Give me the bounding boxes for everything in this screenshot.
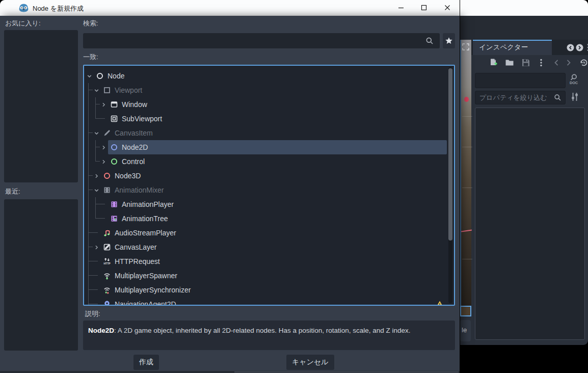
tree-row-main: AnimationMixer bbox=[101, 183, 447, 197]
tree-item-label: Node bbox=[108, 72, 124, 80]
texture-thumbnail[interactable] bbox=[460, 306, 471, 316]
tree-item-HTTPRequest[interactable]: HTTPHTTPRequest bbox=[85, 254, 447, 269]
tree-item-NavigationAgent2D[interactable]: NavigationAgent2D bbox=[85, 297, 447, 306]
animationtree-type-icon bbox=[110, 215, 118, 223]
save-resource-icon[interactable] bbox=[521, 58, 531, 68]
search-input[interactable] bbox=[83, 33, 440, 48]
collapse-arrow-icon[interactable] bbox=[92, 126, 101, 140]
tree-item-label: AnimationTree bbox=[122, 215, 168, 223]
tree-item-label: CanvasItem bbox=[115, 129, 153, 137]
tree-item-CanvasLayer[interactable]: CanvasLayer bbox=[85, 240, 447, 254]
prev-object-icon[interactable] bbox=[567, 44, 574, 54]
tree-scrollbar[interactable] bbox=[448, 67, 452, 303]
tree-item-Control[interactable]: Control bbox=[85, 154, 447, 169]
tree-item-Viewport[interactable]: Viewport bbox=[85, 83, 447, 97]
history-back-icon[interactable] bbox=[551, 58, 562, 68]
audiostreamplayer-type-icon bbox=[103, 229, 111, 237]
dialog-titlebar: Node を新規作成 bbox=[0, 0, 460, 16]
tree-item-label: AnimationMixer bbox=[115, 186, 164, 194]
gizmo-dot bbox=[464, 97, 469, 102]
new-resource-icon[interactable] bbox=[488, 58, 498, 68]
tree-item-label: Node2D bbox=[122, 143, 148, 151]
tree-item-AnimationTree[interactable]: AnimationTree bbox=[85, 211, 447, 226]
next-object-icon[interactable] bbox=[576, 44, 583, 54]
tree-item-MultiplayerSynchronizer[interactable]: MultiplayerSynchronizer bbox=[85, 283, 447, 297]
resource-name-field[interactable] bbox=[475, 73, 566, 88]
property-tools-icon[interactable] bbox=[571, 92, 579, 104]
dialog-title: Node を新規作成 bbox=[33, 4, 84, 13]
node2d-type-icon bbox=[110, 143, 118, 151]
canvasitem-type-icon bbox=[103, 129, 111, 137]
tree-row-main: AudioStreamPlayer bbox=[101, 226, 447, 240]
tree-item-AnimationPlayer[interactable]: AnimationPlayer bbox=[85, 197, 447, 211]
tree-guide-line bbox=[85, 297, 92, 306]
animationplayer-type-icon bbox=[110, 200, 118, 208]
scrollbar-thumb[interactable] bbox=[448, 68, 452, 241]
load-resource-icon[interactable] bbox=[504, 58, 515, 68]
star-icon bbox=[445, 37, 453, 45]
favorite-toggle-button[interactable] bbox=[443, 33, 455, 48]
expand-viewport-icon[interactable] bbox=[462, 43, 469, 52]
create-node-dialog: お気に入り: 最近: 検索: 一致: NodeViewportWindowSub… bbox=[0, 16, 460, 371]
animationmixer-type-icon bbox=[103, 186, 111, 194]
object-history-icon[interactable] bbox=[579, 58, 588, 68]
history-forward-icon[interactable] bbox=[564, 58, 574, 68]
tree-item-SubViewport[interactable]: SubViewport bbox=[85, 112, 447, 126]
expand-arrow-icon[interactable] bbox=[99, 154, 108, 169]
tree-item-Node3D[interactable]: Node3D bbox=[85, 169, 447, 183]
tree-item-label: NavigationAgent2D bbox=[115, 300, 176, 306]
minimize-icon bbox=[398, 5, 404, 11]
tree-item-label: Viewport bbox=[115, 86, 142, 94]
tree-guide-line bbox=[85, 226, 92, 240]
partial-button[interactable]: le bbox=[460, 320, 471, 341]
create-button[interactable]: 作成 bbox=[133, 355, 159, 370]
search-label: 検索: bbox=[83, 19, 98, 28]
collapse-arrow-icon[interactable] bbox=[85, 69, 94, 83]
tree-item-AudioStreamPlayer[interactable]: AudioStreamPlayer bbox=[85, 226, 447, 240]
dialog-maximize-button[interactable] bbox=[418, 2, 430, 13]
collapse-arrow-icon[interactable] bbox=[92, 183, 101, 197]
inspector-content-panel bbox=[475, 108, 585, 340]
expand-arrow-icon[interactable] bbox=[92, 240, 101, 254]
tree-row-main: MultiplayerSpawner bbox=[101, 269, 447, 283]
favorites-label: お気に入り: bbox=[5, 19, 41, 28]
cancel-button[interactable]: キャンセル bbox=[286, 355, 334, 370]
tree-row-main: Window bbox=[108, 97, 447, 112]
tab-inspector[interactable]: インスペクター bbox=[473, 40, 552, 55]
dialog-close-button[interactable] bbox=[442, 2, 453, 13]
doc-search-icon[interactable]: DOC bbox=[569, 73, 579, 88]
tree-guide-line bbox=[85, 254, 92, 269]
tree-row-main: Node3D bbox=[101, 169, 447, 183]
dialog-minimize-button[interactable] bbox=[395, 2, 407, 13]
navigationagent2d-type-icon bbox=[103, 300, 111, 306]
tree-row-main: MultiplayerSynchronizer bbox=[101, 283, 447, 297]
tree-item-CanvasItem[interactable]: CanvasItem bbox=[85, 126, 447, 140]
tree-item-Window[interactable]: Window bbox=[85, 97, 447, 112]
recent-list bbox=[4, 199, 78, 351]
tree-item-label: HTTPRequest bbox=[115, 257, 160, 265]
collapse-arrow-icon[interactable] bbox=[92, 83, 101, 97]
tree-item-label: Control bbox=[122, 157, 145, 166]
maximize-icon bbox=[421, 5, 427, 11]
tree-guide-line bbox=[92, 112, 99, 126]
tree-item-AnimationMixer[interactable]: AnimationMixer bbox=[85, 183, 447, 197]
selected-row-highlight: Node2D bbox=[108, 140, 447, 154]
filter-properties-input[interactable]: プロパティを絞り込む bbox=[475, 91, 566, 104]
subviewport-type-icon bbox=[110, 115, 118, 123]
search-icon bbox=[554, 94, 562, 103]
tree-item-MultiplayerSpawner[interactable]: MultiplayerSpawner bbox=[85, 269, 447, 283]
active-tab-accent bbox=[473, 40, 552, 41]
expand-arrow-icon[interactable] bbox=[92, 169, 101, 183]
tree-item-Node[interactable]: Node bbox=[85, 69, 447, 83]
expand-arrow-icon[interactable] bbox=[99, 97, 108, 112]
warning-icon bbox=[436, 300, 444, 306]
expand-arrow-icon[interactable] bbox=[99, 140, 108, 154]
matches-label: 一致: bbox=[83, 52, 98, 62]
resource-menu-icon[interactable] bbox=[536, 58, 546, 68]
description-label: 説明: bbox=[85, 309, 100, 318]
tree-row-main: Control bbox=[108, 154, 447, 169]
tree-guide-line bbox=[92, 226, 101, 240]
tree-item-Node2D[interactable]: Node2D bbox=[85, 140, 447, 154]
tree-item-label: CanvasLayer bbox=[115, 243, 157, 251]
tree-guide-line bbox=[85, 183, 92, 197]
